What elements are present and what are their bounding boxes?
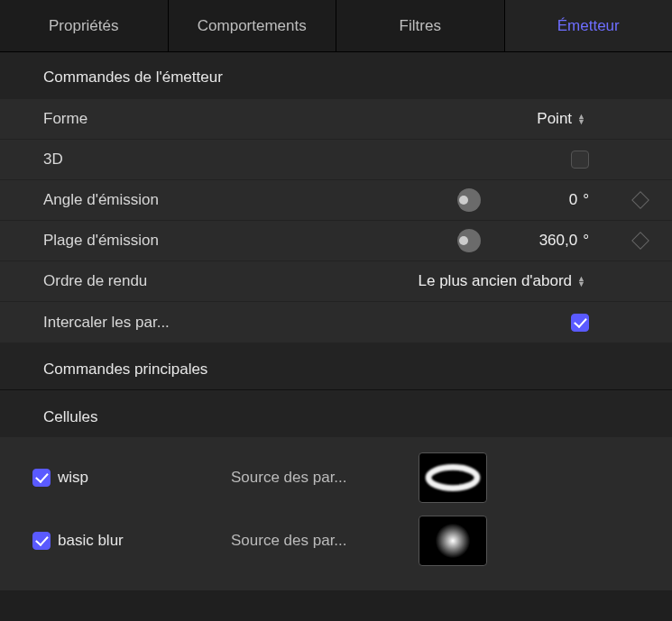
label-3d: 3D <box>43 151 242 169</box>
tab-filters[interactable]: Filtres <box>336 0 505 51</box>
tab-properties[interactable]: Propriétés <box>0 0 169 51</box>
tab-label: Émetteur <box>557 17 620 35</box>
section-title: Commandes principales <box>43 361 207 378</box>
shape-popup[interactable]: Point ▲▼ <box>537 110 589 128</box>
row-emission-angle: Angle d'émission 0 ° <box>0 180 672 221</box>
blur-icon <box>419 516 486 565</box>
checkbox-cell-basic-blur[interactable] <box>32 532 51 550</box>
row-3d: 3D <box>0 140 672 180</box>
dial-emission-angle[interactable] <box>457 188 481 212</box>
cell-name: basic blur <box>58 532 124 550</box>
render-order-popup[interactable]: Le plus ancien d'abord ▲▼ <box>419 272 589 290</box>
label-shape: Forme <box>43 110 242 128</box>
label-emission-range: Plage d'émission <box>43 232 242 250</box>
cell-source-label: Source des par... <box>231 532 411 550</box>
row-shape: Forme Point ▲▼ <box>0 99 672 140</box>
checkbox-interleave[interactable] <box>571 314 589 332</box>
label-emission-angle: Angle d'émission <box>43 191 242 209</box>
section-header-cells: Cellules <box>0 390 672 437</box>
section-header-emitter: Commandes de l'émetteur <box>0 52 672 99</box>
tab-label: Filtres <box>400 17 441 35</box>
render-order-value: Le plus ancien d'abord <box>419 272 573 290</box>
cell-swatch-basic-blur[interactable] <box>419 516 487 566</box>
wisp-icon <box>419 453 486 502</box>
keyframe-emission-angle[interactable] <box>631 191 649 209</box>
section-header-main: Commandes principales <box>0 342 672 389</box>
emitter-group: Forme Point ▲▼ 3D <box>0 99 672 342</box>
cell-source-label: Source des par... <box>231 469 411 487</box>
tab-label: Propriétés <box>49 17 118 35</box>
label-interleave: Intercaler les par... <box>43 314 242 332</box>
row-render-order: Ordre de rendu Le plus ancien d'abord ▲▼ <box>0 261 672 302</box>
value-emission-angle[interactable]: 0 <box>492 191 583 209</box>
checkbox-cell-wisp[interactable] <box>32 469 51 487</box>
row-emission-range: Plage d'émission 360,0 ° <box>0 221 672 261</box>
cell-row: wisp Source des par... <box>32 446 654 509</box>
section-title: Commandes de l'émetteur <box>43 68 223 86</box>
popup-arrows-icon: ▲▼ <box>577 276 585 287</box>
keyframe-emission-range[interactable] <box>631 232 649 250</box>
tab-emitter[interactable]: Émetteur <box>505 0 673 51</box>
inspector-panel: Propriétés Comportements Filtres Émetteu… <box>0 0 672 621</box>
checkbox-3d[interactable] <box>571 151 589 169</box>
row-interleave: Intercaler les par... <box>0 302 672 342</box>
tab-behaviors[interactable]: Comportements <box>169 0 337 51</box>
svg-point-1 <box>436 524 471 559</box>
tab-label: Comportements <box>198 17 307 35</box>
cell-name: wisp <box>58 469 88 487</box>
label-render-order: Ordre de rendu <box>43 272 242 290</box>
section-title: Cellules <box>43 408 97 425</box>
cells-group: wisp Source des par... <box>0 437 672 590</box>
unit-degree: ° <box>583 191 589 209</box>
unit-degree: ° <box>583 232 589 250</box>
cell-row: basic blur Source des par... <box>32 509 654 572</box>
value-emission-range[interactable]: 360,0 <box>492 232 583 250</box>
dial-emission-range[interactable] <box>457 229 481 252</box>
svg-point-0 <box>428 467 477 488</box>
shape-value: Point <box>537 110 572 128</box>
cell-swatch-wisp[interactable] <box>419 452 487 503</box>
inspector-body: Commandes de l'émetteur Forme Point ▲▼ 3… <box>0 52 672 621</box>
tab-bar: Propriétés Comportements Filtres Émetteu… <box>0 0 672 52</box>
popup-arrows-icon: ▲▼ <box>577 114 585 124</box>
